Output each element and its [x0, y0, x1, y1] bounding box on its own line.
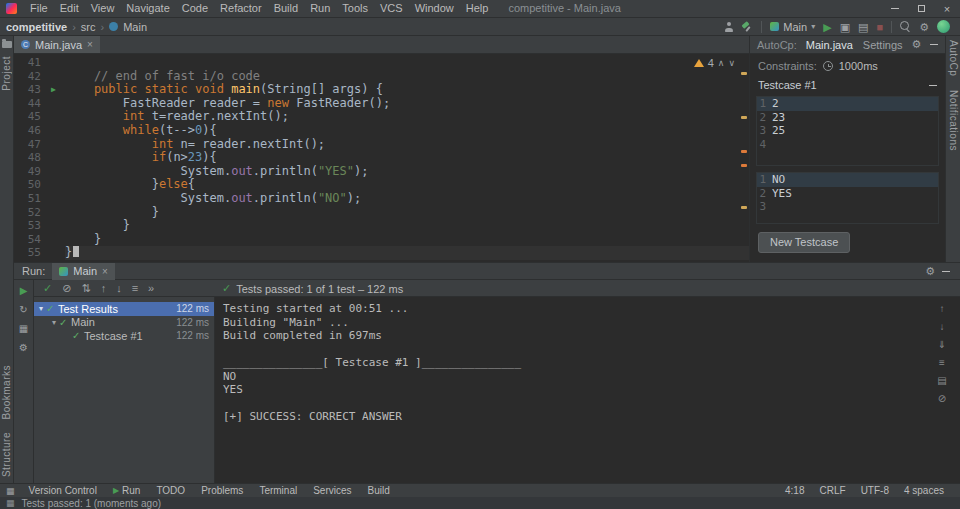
stop-button[interactable]: ■	[876, 19, 883, 35]
line-number[interactable]: 49	[14, 165, 50, 179]
gutter-cell[interactable]	[50, 151, 65, 165]
gutter-cell[interactable]	[50, 138, 65, 152]
line-separator[interactable]: CRLF	[820, 485, 846, 496]
menu-edit[interactable]: Edit	[54, 0, 85, 18]
show-passed-icon[interactable]: ✓	[43, 282, 52, 295]
code-line[interactable]: 47 int n= reader.nextInt();	[14, 138, 749, 152]
run-button[interactable]: ▶	[823, 19, 831, 35]
code-line[interactable]: 44 FastReader reader = new FastReader();	[14, 97, 749, 111]
stripe-label-bookmarks[interactable]: Bookmarks	[1, 365, 12, 420]
line-number[interactable]: 48	[14, 151, 50, 165]
menu-run[interactable]: Run	[304, 0, 336, 18]
toolwindow-button-build[interactable]: Build	[360, 484, 398, 498]
gutter-cell[interactable]: ▶	[50, 83, 65, 97]
testcase-input-line[interactable]: 4	[757, 138, 938, 152]
maximize-button[interactable]	[908, 0, 934, 18]
testcase-expected-output-editor[interactable]: 1NO2YES3	[756, 172, 939, 224]
toolwindow-button-run[interactable]: ▶Run	[105, 484, 149, 498]
line-number[interactable]: 50	[14, 178, 50, 192]
gutter-cell[interactable]	[50, 56, 65, 70]
menu-navigate[interactable]: Navigate	[120, 0, 175, 18]
soft-wrap-icon[interactable]: ≡	[939, 357, 945, 368]
run-line-icon[interactable]: ▶	[51, 83, 56, 97]
gutter-cell[interactable]	[50, 206, 65, 220]
project-folder-icon[interactable]	[2, 41, 12, 48]
line-number[interactable]: 42	[14, 70, 50, 84]
menu-code[interactable]: Code	[176, 0, 214, 18]
gutter-cell[interactable]	[50, 165, 65, 179]
next-warning-icon[interactable]: ∨	[728, 58, 735, 68]
gutter-cell[interactable]	[50, 97, 65, 111]
line-number[interactable]: 46	[14, 124, 50, 138]
error-stripe[interactable]	[741, 54, 747, 262]
breadcrumb-item[interactable]: src	[81, 21, 96, 33]
stripe-label-project[interactable]: Project	[1, 56, 12, 91]
close-button[interactable]: ×	[934, 0, 960, 18]
code-editor[interactable]: 4142 // end of fast i/o code43▶ public s…	[14, 54, 749, 262]
prev-warning-icon[interactable]: ∧	[718, 58, 725, 68]
expand-collapse-icon[interactable]: ≡	[132, 282, 138, 294]
run-console[interactable]: Testing started at 00:51 ...Building "Ma…	[215, 297, 930, 483]
menu-file[interactable]: File	[24, 0, 54, 18]
autocp-tab-settings[interactable]: Settings	[863, 39, 903, 51]
gutter-cell[interactable]	[50, 110, 65, 124]
scroll-up-icon[interactable]: ↑	[940, 303, 945, 314]
code-line[interactable]: 45 int t=reader.nextInt();	[14, 110, 749, 124]
minimize-button[interactable]	[882, 0, 908, 18]
scroll-down-icon[interactable]: ↓	[940, 321, 945, 332]
indent-style[interactable]: 4 spaces	[904, 485, 944, 496]
line-number[interactable]: 54	[14, 233, 50, 247]
run-tab-main[interactable]: Main ×	[52, 263, 115, 280]
autocp-tab-main-java[interactable]: Main.java	[806, 39, 853, 51]
gutter-cell[interactable]	[50, 178, 65, 192]
line-number[interactable]: 51	[14, 192, 50, 206]
toolwindow-button-services[interactable]: Services	[305, 484, 359, 498]
test-tree-row[interactable]: ✓Testcase #1122 ms	[34, 329, 214, 343]
test-tree-row[interactable]: ▾✓Main122 ms	[34, 316, 214, 330]
build-hammer-icon[interactable]	[742, 21, 753, 32]
gutter-cell[interactable]	[50, 70, 65, 84]
code-line[interactable]: 52 }	[14, 206, 749, 220]
code-line[interactable]: 55}	[14, 246, 749, 260]
inspection-widget[interactable]: 4 ∧ ∨	[694, 57, 735, 69]
gutter-cell[interactable]	[50, 192, 65, 206]
more-actions-icon[interactable]: »	[148, 282, 154, 294]
code-line[interactable]: 50 }else{	[14, 178, 749, 192]
avatar[interactable]	[937, 20, 950, 33]
testcase-header[interactable]: Testcase #1	[750, 76, 945, 94]
settings-gear-icon[interactable]: ⚙	[919, 19, 929, 35]
profiler-icon[interactable]: ▤	[858, 19, 868, 35]
breadcrumb-item[interactable]: Main	[123, 21, 147, 33]
menu-view[interactable]: View	[85, 0, 121, 18]
code-line[interactable]: 46 while(t-->0){	[14, 124, 749, 138]
chevron-down-icon[interactable]: ▾	[36, 304, 46, 313]
code-line[interactable]: 41	[14, 56, 749, 70]
code-line[interactable]: 51 System.out.println("NO");	[14, 192, 749, 206]
testcase-output-line[interactable]: 1NO	[757, 173, 938, 187]
menu-help[interactable]: Help	[460, 0, 495, 18]
previous-test-icon[interactable]: ↑	[101, 282, 107, 294]
test-tree-row[interactable]: ▾✓Test Results122 ms	[34, 302, 214, 316]
menu-refactor[interactable]: Refactor	[214, 0, 268, 18]
stripe-label-autocp[interactable]: AutoCp	[948, 40, 959, 76]
rerun-button[interactable]: ▶	[20, 286, 28, 296]
new-testcase-button[interactable]: New Testcase	[758, 232, 850, 253]
testcase-output-line[interactable]: 3	[757, 200, 938, 214]
line-number[interactable]: 47	[14, 138, 50, 152]
close-icon[interactable]: ×	[102, 266, 108, 277]
editor-tab-main-java[interactable]: C Main.java ×	[14, 36, 100, 53]
line-number[interactable]: 41	[14, 56, 50, 70]
search-icon[interactable]	[900, 21, 911, 32]
hide-panel-icon[interactable]	[942, 271, 950, 272]
toolwindow-switcher-icon[interactable]: ▦	[0, 486, 21, 496]
code-line[interactable]: 43▶ public static void main(String[] arg…	[14, 83, 749, 97]
test-options-icon[interactable]: ▦	[19, 324, 28, 334]
line-number[interactable]: 52	[14, 206, 50, 220]
toolwindow-button-problems[interactable]: Problems	[193, 484, 251, 498]
run-config-selector[interactable]: Main ▾	[770, 21, 815, 33]
code-line[interactable]: 42 // end of fast i/o code	[14, 70, 749, 84]
stripe-label-structure[interactable]: Structure	[1, 432, 12, 477]
clear-console-icon[interactable]: ⊘	[938, 393, 946, 404]
gutter-cell[interactable]	[50, 246, 65, 260]
coverage-icon[interactable]: ▣	[840, 19, 850, 35]
